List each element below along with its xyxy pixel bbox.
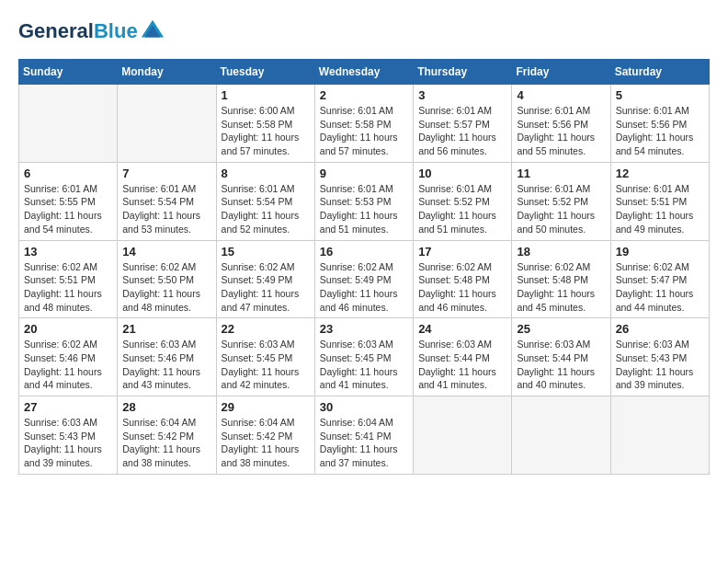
day-number: 1 [222, 88, 310, 102]
day-detail: Sunrise: 6:02 AMSunset: 5:46 PMDaylight:… [24, 338, 112, 392]
day-detail: Sunrise: 6:02 AMSunset: 5:50 PMDaylight:… [122, 260, 210, 315]
day-number: 3 [418, 88, 506, 102]
calendar-cell: 8Sunrise: 6:01 AMSunset: 5:54 PMDaylight… [216, 162, 314, 240]
calendar-cell: 10Sunrise: 6:01 AMSunset: 5:52 PMDayligh… [414, 162, 512, 240]
day-number: 8 [222, 167, 310, 180]
calendar-week-row: 13Sunrise: 6:02 AMSunset: 5:51 PMDayligh… [19, 240, 710, 318]
day-detail: Sunrise: 6:03 AMSunset: 5:44 PMDaylight:… [418, 338, 506, 392]
calendar-cell: 14Sunrise: 6:02 AMSunset: 5:50 PMDayligh… [118, 240, 216, 318]
day-detail: Sunrise: 6:02 AMSunset: 5:51 PMDaylight:… [24, 260, 112, 315]
calendar-cell: 11Sunrise: 6:01 AMSunset: 5:52 PMDayligh… [512, 162, 610, 240]
day-number: 6 [24, 167, 112, 180]
day-number: 14 [122, 245, 210, 259]
day-number: 2 [320, 88, 408, 102]
day-number: 15 [222, 245, 310, 259]
calendar-cell: 9Sunrise: 6:01 AMSunset: 5:53 PMDaylight… [314, 162, 413, 240]
day-number: 24 [418, 322, 506, 336]
calendar-cell: 23Sunrise: 6:03 AMSunset: 5:45 PMDayligh… [314, 318, 413, 396]
weekday-header: Friday [512, 60, 610, 85]
weekday-header: Tuesday [216, 60, 314, 85]
calendar-cell: 29Sunrise: 6:04 AMSunset: 5:42 PMDayligh… [216, 396, 314, 475]
calendar-cell: 27Sunrise: 6:03 AMSunset: 5:43 PMDayligh… [19, 396, 118, 475]
day-number: 29 [222, 400, 310, 414]
calendar-cell: 2Sunrise: 6:01 AMSunset: 5:58 PMDaylight… [314, 85, 413, 163]
day-detail: Sunrise: 6:01 AMSunset: 5:52 PMDaylight:… [418, 182, 506, 236]
day-detail: Sunrise: 6:04 AMSunset: 5:41 PMDaylight:… [320, 416, 408, 470]
day-detail: Sunrise: 6:02 AMSunset: 5:49 PMDaylight:… [320, 260, 408, 315]
day-detail: Sunrise: 6:01 AMSunset: 5:56 PMDaylight:… [517, 104, 605, 158]
calendar-cell: 24Sunrise: 6:03 AMSunset: 5:44 PMDayligh… [414, 318, 512, 396]
weekday-header: Sunday [19, 60, 118, 85]
day-number: 25 [517, 322, 605, 336]
day-detail: Sunrise: 6:01 AMSunset: 5:53 PMDaylight:… [320, 182, 408, 236]
calendar-cell: 6Sunrise: 6:01 AMSunset: 5:55 PMDaylight… [19, 162, 118, 240]
day-detail: Sunrise: 6:01 AMSunset: 5:56 PMDaylight:… [616, 104, 704, 158]
day-detail: Sunrise: 6:01 AMSunset: 5:54 PMDaylight:… [122, 182, 210, 236]
day-detail: Sunrise: 6:02 AMSunset: 5:48 PMDaylight:… [418, 260, 506, 315]
day-number: 5 [616, 88, 704, 102]
day-detail: Sunrise: 6:03 AMSunset: 5:43 PMDaylight:… [24, 416, 112, 470]
calendar-cell: 5Sunrise: 6:01 AMSunset: 5:56 PMDaylight… [610, 85, 709, 163]
calendar-cell [610, 396, 709, 475]
calendar-cell: 15Sunrise: 6:02 AMSunset: 5:49 PMDayligh… [216, 240, 314, 318]
day-detail: Sunrise: 6:03 AMSunset: 5:43 PMDaylight:… [616, 338, 704, 392]
day-number: 28 [122, 400, 210, 414]
day-detail: Sunrise: 6:03 AMSunset: 5:46 PMDaylight:… [122, 338, 210, 392]
calendar-cell: 13Sunrise: 6:02 AMSunset: 5:51 PMDayligh… [19, 240, 118, 318]
day-number: 18 [517, 245, 605, 259]
day-number: 27 [24, 400, 112, 414]
day-number: 9 [320, 167, 408, 180]
day-number: 20 [24, 322, 112, 336]
day-number: 30 [320, 400, 408, 414]
weekday-header: Thursday [414, 60, 512, 85]
day-detail: Sunrise: 6:02 AMSunset: 5:48 PMDaylight:… [517, 260, 605, 315]
weekday-header: Monday [118, 60, 216, 85]
day-detail: Sunrise: 6:01 AMSunset: 5:55 PMDaylight:… [24, 182, 112, 236]
calendar-cell: 30Sunrise: 6:04 AMSunset: 5:41 PMDayligh… [314, 396, 413, 475]
day-number: 10 [418, 167, 506, 180]
day-detail: Sunrise: 6:04 AMSunset: 5:42 PMDaylight:… [122, 416, 210, 470]
calendar-cell: 3Sunrise: 6:01 AMSunset: 5:57 PMDaylight… [414, 85, 512, 163]
day-number: 4 [517, 88, 605, 102]
logo-icon [140, 18, 165, 44]
weekday-header: Wednesday [314, 60, 413, 85]
day-detail: Sunrise: 6:04 AMSunset: 5:42 PMDaylight:… [222, 416, 310, 470]
calendar-cell [19, 85, 118, 163]
day-number: 13 [24, 245, 112, 259]
calendar-week-row: 20Sunrise: 6:02 AMSunset: 5:46 PMDayligh… [19, 318, 710, 396]
day-number: 26 [616, 322, 704, 336]
day-number: 21 [122, 322, 210, 336]
weekday-header: Saturday [610, 60, 709, 85]
day-number: 22 [222, 322, 310, 336]
calendar-week-row: 1Sunrise: 6:00 AMSunset: 5:58 PMDaylight… [19, 85, 710, 163]
calendar-cell [512, 396, 610, 475]
calendar-cell: 16Sunrise: 6:02 AMSunset: 5:49 PMDayligh… [314, 240, 413, 318]
weekday-header-row: SundayMondayTuesdayWednesdayThursdayFrid… [19, 60, 710, 85]
day-number: 19 [616, 245, 704, 259]
day-number: 23 [320, 322, 408, 336]
calendar-week-row: 6Sunrise: 6:01 AMSunset: 5:55 PMDaylight… [19, 162, 710, 240]
calendar-cell: 7Sunrise: 6:01 AMSunset: 5:54 PMDaylight… [118, 162, 216, 240]
day-number: 16 [320, 245, 408, 259]
calendar-cell: 20Sunrise: 6:02 AMSunset: 5:46 PMDayligh… [19, 318, 118, 396]
calendar-cell: 17Sunrise: 6:02 AMSunset: 5:48 PMDayligh… [414, 240, 512, 318]
day-detail: Sunrise: 6:01 AMSunset: 5:51 PMDaylight:… [616, 182, 704, 236]
logo: GeneralBlue [18, 18, 165, 44]
calendar-cell: 4Sunrise: 6:01 AMSunset: 5:56 PMDaylight… [512, 85, 610, 163]
day-detail: Sunrise: 6:03 AMSunset: 5:45 PMDaylight:… [222, 338, 310, 392]
calendar-table: SundayMondayTuesdayWednesdayThursdayFrid… [18, 59, 710, 475]
day-detail: Sunrise: 6:01 AMSunset: 5:58 PMDaylight:… [320, 104, 408, 158]
day-detail: Sunrise: 6:03 AMSunset: 5:44 PMDaylight:… [517, 338, 605, 392]
calendar-week-row: 27Sunrise: 6:03 AMSunset: 5:43 PMDayligh… [19, 396, 710, 475]
day-number: 12 [616, 167, 704, 180]
calendar-cell: 26Sunrise: 6:03 AMSunset: 5:43 PMDayligh… [610, 318, 709, 396]
calendar-cell [118, 85, 216, 163]
day-number: 17 [418, 245, 506, 259]
day-detail: Sunrise: 6:01 AMSunset: 5:57 PMDaylight:… [418, 104, 506, 158]
page-header: GeneralBlue [18, 18, 710, 44]
day-detail: Sunrise: 6:00 AMSunset: 5:58 PMDaylight:… [222, 104, 310, 158]
day-number: 7 [122, 167, 210, 180]
day-detail: Sunrise: 6:02 AMSunset: 5:47 PMDaylight:… [616, 260, 704, 315]
calendar-cell: 21Sunrise: 6:03 AMSunset: 5:46 PMDayligh… [118, 318, 216, 396]
day-number: 11 [517, 167, 605, 180]
